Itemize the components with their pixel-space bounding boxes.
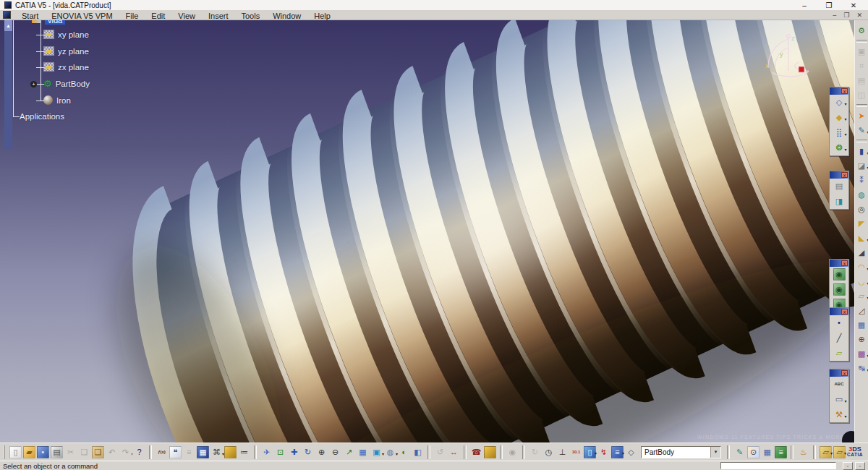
apply-material-button[interactable]: ◇	[625, 446, 637, 458]
slot-button[interactable]: ◣▾	[856, 232, 868, 244]
disabled-tool-2[interactable]: ⌗	[856, 60, 868, 72]
zoom-in-button[interactable]: ⊕	[315, 446, 328, 458]
stiffener-button[interactable]: ◢	[856, 247, 868, 259]
catalog-browser-button[interactable]: ▦	[761, 446, 773, 458]
pocket-button[interactable]: ◪▾	[856, 160, 868, 172]
close-button[interactable]: ✕	[849, 1, 858, 9]
rotate-set-button[interactable]: ↺	[434, 446, 446, 458]
tree-item-partbody[interactable]: ⚙PartBody	[43, 79, 90, 88]
pan-button[interactable]: ✚	[288, 446, 300, 458]
measure-between-icon[interactable]: ◆▾	[833, 111, 846, 124]
menu-view[interactable]: View	[171, 12, 202, 20]
line-icon[interactable]: ╱	[833, 332, 846, 344]
options-gear-icon[interactable]: ⚙	[856, 25, 868, 37]
comment-button[interactable]: ❝	[169, 446, 182, 458]
close-icon[interactable]: x	[841, 309, 848, 315]
lock-button[interactable]	[224, 446, 237, 458]
disabled-tool-3[interactable]: ▤	[856, 74, 868, 87]
boolean-button[interactable]: ▩▾	[856, 348, 868, 360]
menu-file[interactable]: File	[119, 12, 145, 20]
knowledge-card2-button[interactable]: ▱▾	[833, 446, 846, 458]
help-cursor-button[interactable]: ?	[133, 446, 145, 458]
scroll-up-icon[interactable]: ▲	[4, 20, 12, 31]
nc-box-icon[interactable]: ◨	[833, 195, 846, 208]
tree-item-label[interactable]: Iron	[56, 96, 71, 105]
measure-item-icon[interactable]: ◇▾	[833, 96, 846, 108]
mean-dimensions-button[interactable]: 10.1	[570, 446, 582, 458]
render-toolbar-titlebar[interactable]: x	[830, 260, 848, 267]
minimize-button[interactable]: –	[800, 1, 809, 9]
rotate-button[interactable]: ↻	[302, 446, 314, 458]
fly-mode-button[interactable]: ✈	[260, 446, 273, 458]
menu-edit[interactable]: Edit	[145, 12, 171, 20]
power-input-field[interactable]	[720, 462, 836, 469]
magnifier-button[interactable]: ⊙	[747, 446, 760, 458]
fillet-button[interactable]: ◠▾	[856, 261, 868, 273]
gauge-button[interactable]: ◷	[542, 446, 555, 458]
iso-view-button[interactable]: ▣▾	[370, 446, 383, 458]
pattern-button[interactable]: ▦	[856, 319, 868, 331]
shell-button[interactable]: ◿	[856, 304, 868, 317]
hide-show-button[interactable]: ◐	[398, 446, 410, 458]
axis-system-button[interactable]: ⊥	[556, 446, 569, 458]
menu-insert[interactable]: Insert	[202, 12, 235, 20]
relations-button[interactable]: ≔	[238, 446, 250, 458]
swap-space-button[interactable]: ◧	[412, 446, 424, 458]
camera-green-2-icon[interactable]: ◉	[833, 283, 846, 296]
restore-button[interactable]: ❐	[825, 1, 833, 9]
transform-button[interactable]: ↹▾	[856, 362, 868, 375]
rib-button[interactable]: ◤	[856, 218, 868, 230]
menu-window[interactable]: Window	[266, 12, 307, 20]
camera-button[interactable]: ◉	[506, 446, 519, 458]
paste-button[interactable]: ❏	[92, 446, 104, 458]
weld-icon[interactable]: ⚒▾	[833, 409, 846, 421]
toolbar-grip[interactable]	[4, 445, 6, 459]
wireframe-toolbar-titlebar[interactable]: x	[830, 308, 848, 315]
tree-item-label[interactable]: yz plane	[58, 47, 89, 56]
design-table-button[interactable]: ▦	[197, 446, 209, 458]
update-all-button[interactable]: ↻	[529, 446, 541, 458]
close-icon[interactable]: x	[841, 260, 848, 266]
open-button[interactable]: ▰	[23, 446, 35, 458]
sketch-tracer-button[interactable]: ✎	[733, 446, 746, 458]
knowledge-button[interactable]: ⌘▾	[210, 446, 223, 458]
tree-item-label[interactable]: zx plane	[58, 63, 89, 72]
select-cursor-button[interactable]: ➤	[856, 110, 868, 122]
point-icon[interactable]: •	[833, 317, 846, 329]
update-button[interactable]: ↯	[597, 446, 610, 458]
view-compass[interactable]: z y x	[761, 26, 825, 90]
menu-enovia-v5-vpm[interactable]: ENOVIA V5 VPM	[45, 12, 119, 20]
shaft-button[interactable]: ◍	[856, 189, 868, 201]
disabled-tool-1[interactable]: ▣	[856, 46, 868, 58]
tree-item-zx-plane[interactable]: zx plane	[43, 62, 89, 72]
pad-button[interactable]: ▮▾	[856, 145, 868, 158]
tree-item-xy-plane[interactable]: xy plane	[43, 30, 89, 39]
plane-icon[interactable]: ▱	[833, 347, 846, 359]
annotation-toolbar-titlebar[interactable]: x	[830, 369, 848, 377]
measure-toolbar-titlebar[interactable]: x	[830, 87, 848, 95]
fit-all-in-button[interactable]: ⊡	[274, 446, 286, 458]
menu-tools[interactable]: Tools	[234, 12, 266, 20]
layers-button[interactable]: ≡	[775, 446, 787, 458]
menu-help[interactable]: Help	[307, 12, 337, 20]
new-document-button[interactable]: ▯	[9, 446, 22, 458]
oven-material-button[interactable]: ♨	[797, 446, 809, 458]
undo-button[interactable]: ↶	[106, 446, 118, 458]
check-button[interactable]: ≡	[183, 446, 195, 458]
zoom-out-button[interactable]: ⊖	[329, 446, 341, 458]
normal-view-button[interactable]: ↗	[343, 446, 355, 458]
lock-part-button[interactable]	[484, 446, 496, 458]
mdi-control-0[interactable]: –	[833, 12, 836, 19]
inertia-icon[interactable]: ❂▾	[833, 142, 846, 154]
mdi-control-2[interactable]: ✕	[856, 12, 862, 19]
flag-note-icon[interactable]: ▭▾	[833, 393, 846, 406]
part-selector-combobox[interactable]: PartBody▾	[641, 446, 721, 458]
chamfer-button[interactable]: ◡▾	[856, 275, 868, 288]
tree-item-iron[interactable]: Iron	[43, 95, 71, 105]
3d-viewport[interactable]: ▲ xy planeyz planezx plane⚙PartBodyIron …	[0, 20, 854, 443]
close-icon[interactable]: x	[841, 88, 848, 94]
camera-green-1-icon[interactable]: ◉	[833, 268, 846, 281]
body-stack-button[interactable]: ≡▾	[611, 446, 624, 458]
tree-root-node[interactable]: vida	[32, 20, 65, 25]
tree-scrollbar[interactable]: ▲	[4, 20, 12, 149]
